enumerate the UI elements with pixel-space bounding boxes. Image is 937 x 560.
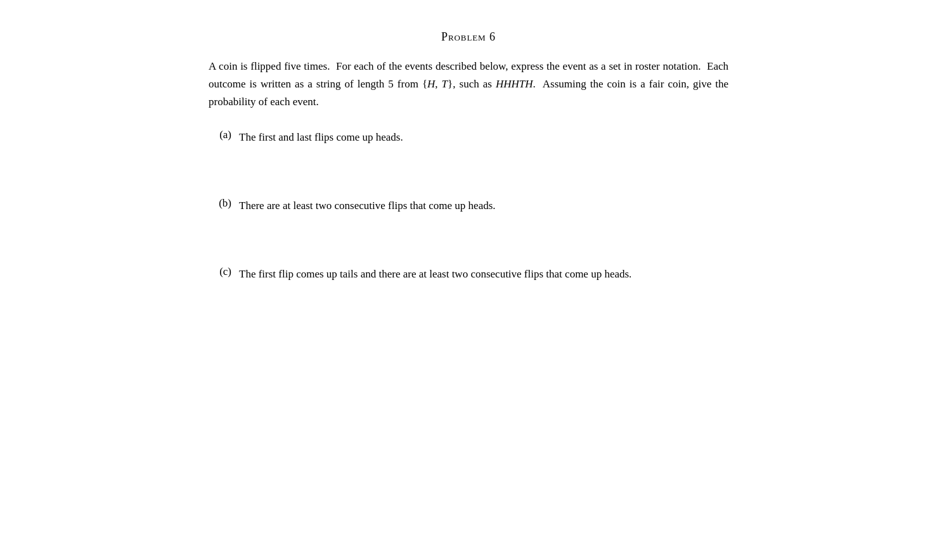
set-T: T (442, 78, 448, 90)
part-item-b: (b) There are at least two consecutive f… (209, 197, 728, 215)
part-text-a: The first and last flips come up heads. (239, 129, 728, 146)
part-label-a: (a) (209, 129, 239, 141)
problem-body: A coin is flipped five times. For each o… (209, 58, 728, 111)
parts-list: (a) The first and last flips come up hea… (209, 129, 728, 283)
part-item-c: (c) The first flip comes up tails and th… (209, 265, 728, 283)
part-item-a: (a) The first and last flips come up hea… (209, 129, 728, 146)
part-label-c: (c) (209, 265, 239, 278)
page-container: Problem 6 A coin is flipped five times. … (196, 0, 741, 314)
set-H: H (427, 78, 435, 90)
example-outcome: HHHTH (496, 78, 533, 90)
part-text-b: There are at least two consecutive flips… (239, 197, 728, 215)
problem-title: Problem 6 (209, 30, 728, 44)
part-label-b: (b) (209, 197, 239, 210)
part-text-c: The first flip comes up tails and there … (239, 265, 728, 283)
